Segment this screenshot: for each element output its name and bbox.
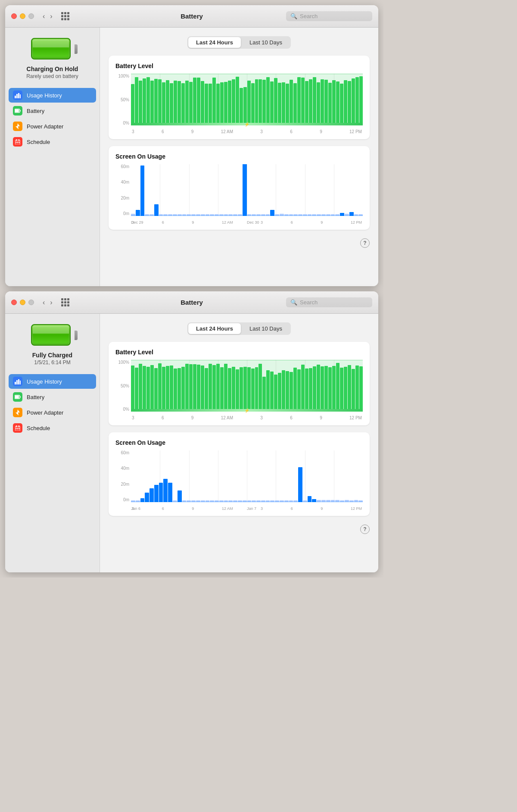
back-button-1[interactable]: ‹ (41, 12, 47, 21)
battery-nav-icon-2 (13, 392, 22, 402)
forward-button-2[interactable]: › (48, 298, 54, 307)
battery-bar (352, 369, 355, 412)
battery-bar (212, 78, 216, 125)
last-10-days-btn-2[interactable]: Last 10 Days (242, 323, 290, 334)
battery-bar (143, 78, 146, 125)
battery-bar (220, 82, 224, 125)
screen-bar (243, 164, 247, 216)
last-24-hours-btn-1[interactable]: Last 24 Hours (188, 37, 241, 48)
svg-rect-29 (19, 428, 20, 429)
battery-bar (286, 371, 289, 412)
traffic-lights-1 (11, 13, 34, 19)
close-button-1[interactable] (11, 13, 17, 19)
sidebar-item-usage-history-2[interactable]: Usage History (9, 374, 96, 389)
battery-bar (336, 81, 339, 125)
usage-history-icon-2 (13, 377, 22, 386)
y-label-0: 0% (123, 121, 129, 125)
battery-body-1 (31, 38, 71, 59)
zoom-button-2[interactable] (28, 300, 34, 305)
battery-bar (258, 79, 262, 125)
nav-buttons-1: ‹ › (41, 12, 54, 21)
sidebar-label-power-adapter-1: Power Adapter (27, 123, 63, 130)
battery-x-labels-2: 3 6 9 12 AM 3 6 9 12 PM (131, 412, 363, 420)
search-input-1[interactable] (300, 13, 368, 19)
battery-bar (154, 79, 158, 125)
grid-icon-2[interactable] (61, 298, 69, 306)
battery-bar (220, 367, 224, 412)
battery-bar (170, 83, 173, 125)
forward-button-1[interactable]: › (48, 12, 54, 21)
battery-bar (146, 77, 150, 125)
sidebar-item-schedule-1[interactable]: Schedule (9, 134, 96, 149)
sidebar-item-usage-history-1[interactable]: Usage History (9, 88, 96, 103)
battery-bar (348, 81, 351, 125)
battery-bar (162, 367, 165, 412)
battery-bar (189, 364, 193, 412)
grid-dot (67, 18, 69, 20)
grid-dot (67, 304, 69, 306)
grid-dot (67, 301, 69, 303)
traffic-lights-2 (11, 300, 34, 305)
search-icon-1: 🔍 (290, 13, 297, 19)
battery-bar (205, 84, 208, 125)
battery-bar (150, 365, 154, 412)
sidebar-item-battery-2[interactable]: Battery (9, 390, 96, 404)
battery-bar (139, 364, 142, 412)
screen-bar (159, 483, 163, 502)
svg-rect-28 (17, 428, 18, 429)
battery-y-labels-1: 100% 50% 0% (115, 74, 131, 134)
svg-rect-25 (19, 425, 19, 427)
sidebar-item-battery-1[interactable]: Battery (9, 103, 96, 118)
battery-bar (278, 83, 281, 125)
svg-rect-13 (17, 142, 18, 143)
battery-body-2 (31, 324, 71, 346)
sidebar-item-schedule-2[interactable]: Schedule (9, 421, 96, 435)
battery-bar (158, 363, 162, 412)
sidebar-2: Fully Charged 1/5/21, 6:14 PM Usage Hist… (5, 314, 100, 572)
help-button-1[interactable]: ? (360, 238, 370, 248)
last-10-days-btn-1[interactable]: Last 10 Days (242, 37, 290, 48)
minimize-button-2[interactable] (20, 300, 25, 305)
battery-bar (301, 78, 305, 125)
battery-bar (359, 366, 363, 412)
zoom-button-1[interactable] (28, 13, 34, 19)
help-button-2[interactable]: ? (360, 525, 370, 534)
battery-bar (139, 81, 142, 125)
back-button-2[interactable]: ‹ (41, 298, 47, 307)
battery-level-card-1: Battery Level 100% 50% 0% (109, 56, 370, 139)
nav-buttons-2: ‹ › (41, 298, 54, 307)
last-24-hours-btn-2[interactable]: Last 24 Hours (188, 323, 241, 334)
sidebar-label-power-adapter-2: Power Adapter (27, 409, 63, 416)
svg-rect-3 (20, 94, 21, 98)
screen-bar (136, 210, 140, 216)
minimize-button-1[interactable] (20, 13, 25, 19)
search-bar-1[interactable]: 🔍 (286, 11, 372, 21)
battery-bar (205, 368, 208, 412)
search-input-2[interactable] (300, 299, 368, 306)
battery-bar (174, 81, 177, 125)
battery-bar (324, 366, 328, 412)
grid-dot (67, 298, 69, 300)
screen-usage-card-1: Screen On Usage 60m 40m 20m 0m (109, 146, 370, 230)
battery-bar (201, 81, 204, 125)
battery-bar (212, 365, 216, 412)
battery-bar (332, 80, 336, 126)
battery-bar (340, 368, 343, 412)
sidebar-1: Charging On Hold Rarely used on battery … (5, 28, 100, 286)
main-panel-1: Last 24 Hours Last 10 Days Battery Level… (100, 28, 378, 286)
battery-bar (143, 366, 146, 412)
battery-bar (340, 84, 343, 125)
grid-icon-1[interactable] (61, 12, 69, 20)
battery-bar (209, 364, 212, 412)
battery-bar (266, 370, 270, 412)
content-2: Fully Charged 1/5/21, 6:14 PM Usage Hist… (5, 314, 378, 572)
search-bar-2[interactable]: 🔍 (286, 297, 372, 307)
battery-bar (328, 83, 332, 125)
battery-bar (243, 87, 247, 125)
battery-bar (266, 77, 270, 125)
close-button-2[interactable] (11, 300, 17, 305)
sidebar-item-power-adapter-2[interactable]: Power Adapter (9, 405, 96, 420)
screen-usage-card-2: Screen On Usage 60m 40m 20m 0m (109, 432, 370, 516)
sidebar-item-power-adapter-1[interactable]: Power Adapter (9, 119, 96, 134)
battery-bar (197, 365, 200, 412)
